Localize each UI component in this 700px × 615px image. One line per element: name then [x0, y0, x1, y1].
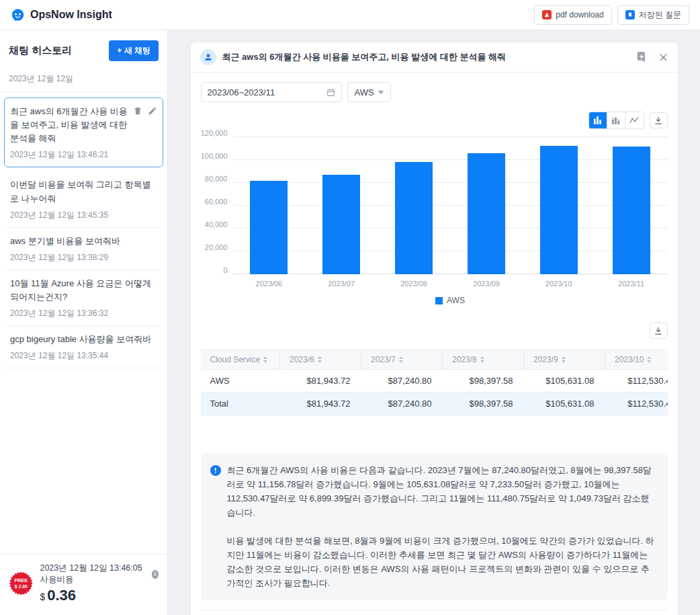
- table-column-header[interactable]: Cloud Service: [201, 350, 280, 370]
- table-column-header[interactable]: 2023/7: [361, 350, 443, 370]
- chart-bar[interactable]: [540, 146, 578, 274]
- table-cell-value: $105,631.08: [524, 370, 605, 393]
- chart-bar[interactable]: [250, 181, 288, 274]
- sort-icon[interactable]: [263, 356, 267, 363]
- chart-bar-slot: [595, 137, 668, 274]
- table-cell-value: $112,530.47: [605, 393, 668, 415]
- cost-bar-chart: 020,00040,00060,00080,000100,000120,000 …: [201, 137, 668, 305]
- sort-icon[interactable]: [318, 356, 322, 363]
- table-column-header[interactable]: 2023/10: [605, 350, 668, 370]
- bookmark-icon: [625, 10, 635, 19]
- opsnow-logo-icon: [11, 8, 25, 22]
- chat-history-item-time: 2023년 12월 12일 13:35:44: [10, 350, 157, 362]
- chart-bar-slot: [233, 137, 306, 274]
- sort-icon[interactable]: [480, 356, 484, 363]
- pdf-download-button[interactable]: pdf download: [534, 5, 611, 25]
- stacked-chart-toggle[interactable]: [607, 112, 625, 128]
- chat-history-item-text: gcp bigeury table 사용량을 보여줘바: [10, 333, 157, 346]
- chart-bar-slot: [450, 137, 523, 274]
- table-download-button[interactable]: [650, 323, 668, 339]
- table-cell-value: $87,240.80: [361, 370, 443, 393]
- sort-icon[interactable]: [647, 356, 651, 363]
- chat-history-list: 최근 aws의 6개월간 사용 비용을 보여주고, 비용 발생에 대한 분석을 …: [0, 92, 167, 554]
- chat-history-item[interactable]: aws 분기별 비용을 보여줘바2023년 12월 12일 13:38:29: [5, 228, 163, 270]
- table-row: Total$81,943.72$87,240.80$98,397.58$105,…: [201, 393, 668, 415]
- table-cell-value: $112,530.47: [605, 370, 668, 393]
- history-date-group: 2023년 12월 12일: [0, 69, 167, 92]
- table-column-header-inner: 2023/10: [615, 355, 668, 364]
- close-icon[interactable]: [658, 52, 668, 63]
- chat-history-item[interactable]: 10월 11월 Azure 사용 요금은 어떻게 되어지는건지?2023년 12…: [5, 270, 163, 326]
- question-text: 최근 aws의 6개월간 사용 비용을 보여주고, 비용 발생에 대한 분석을 …: [222, 51, 629, 63]
- chart-x-tick-label: 2023/11: [595, 280, 668, 288]
- chart-x-axis: 2023/062023/072023/082023/092023/102023/…: [233, 280, 668, 288]
- analysis-message: ! 최근 6개월간 AWS의 사용 비용은 다음과 같습니다. 2023년 7월…: [201, 453, 668, 600]
- table-column-header-inner: 2023/8: [452, 355, 517, 364]
- chart-bar[interactable]: [322, 175, 360, 274]
- table-column-label: 2023/9: [533, 355, 558, 364]
- chevron-down-icon: [378, 91, 384, 94]
- chart-bar-slot: [305, 137, 378, 274]
- table-cell-value: $105,631.08: [524, 393, 605, 415]
- table-column-label: 2023/7: [371, 355, 396, 364]
- sort-icon[interactable]: [562, 356, 566, 363]
- chart-type-toggle: [588, 112, 644, 129]
- chart-x-tick-label: 2023/09: [450, 280, 523, 288]
- chart-x-tick-label: 2023/07: [305, 280, 378, 288]
- usage-summary: FREE $ 2.00 2023년 12월 12일 13:46:05 사용비용 …: [0, 554, 167, 615]
- pdf-download-label: pdf download: [556, 10, 603, 19]
- bar-chart-toggle[interactable]: [589, 112, 607, 128]
- chat-history-item-row: 10월 11월 Azure 사용 요금은 어떻게 되어지는건지?: [10, 277, 157, 304]
- sidebar-title: 채팅 히스토리: [9, 44, 72, 57]
- delete-icon[interactable]: [133, 106, 142, 116]
- table-cell-value: $81,943.72: [280, 393, 361, 415]
- chat-history-item[interactable]: gcp bigeury table 사용량을 보여줘바2023년 12월 12일…: [5, 326, 163, 368]
- analysis-paragraph: 최근 6개월간 AWS의 사용 비용은 다음과 같습니다. 2023년 7월에는…: [227, 463, 656, 520]
- main-area: 최근 aws의 6개월간 사용 비용을 보여주고, 비용 발생에 대한 분석을 …: [168, 30, 700, 615]
- sort-icon[interactable]: [399, 356, 403, 363]
- chart-bar[interactable]: [468, 153, 505, 274]
- chart-x-tick-label: 2023/06: [233, 280, 306, 288]
- chat-history-item[interactable]: 이번달 비용을 보여줘 그리고 항목별로 나누어줘2023년 12월 12일 1…: [5, 171, 163, 227]
- date-range-input[interactable]: 2023/06~2023/11: [201, 82, 342, 102]
- new-chat-button[interactable]: + 새 채팅: [109, 40, 159, 61]
- usage-amount: $0.36: [40, 587, 159, 604]
- chart-y-tick-label: 0: [223, 266, 227, 274]
- free-credit-badge: FREE $ 2.00: [9, 568, 33, 599]
- app-title: OpsNow Insight: [30, 9, 112, 21]
- cloud-provider-select[interactable]: AWS: [347, 82, 391, 102]
- chart-bar-slot: [378, 137, 450, 274]
- chart-bar[interactable]: [613, 147, 650, 274]
- chat-history-item-row: 이번달 비용을 보여줘 그리고 항목별로 나누어줘: [10, 178, 157, 205]
- saved-questions-button[interactable]: 저장된 질문: [617, 5, 689, 25]
- line-chart-toggle[interactable]: [625, 112, 644, 128]
- usage-info-icon[interactable]: i: [152, 570, 159, 579]
- table-cell-value: $81,943.72: [280, 370, 361, 393]
- chat-history-item-row: 최근 aws의 6개월간 사용 비용을 보여주고, 비용 발생에 대한 분석을 …: [10, 105, 157, 145]
- chat-history-item-time: 2023년 12월 12일 13:38:29: [10, 252, 157, 263]
- chart-bar[interactable]: [395, 162, 433, 274]
- saved-questions-label: 저장된 질문: [639, 9, 681, 21]
- chat-history-item[interactable]: 최근 aws의 6개월간 사용 비용을 보여주고, 비용 발생에 대한 분석을 …: [4, 97, 163, 167]
- table-column-header[interactable]: 2023/6: [280, 350, 361, 370]
- edit-icon[interactable]: [148, 106, 157, 116]
- chat-history-item-row: aws 분기별 비용을 보여줘바: [10, 235, 157, 248]
- table-cell-value: $87,240.80: [361, 393, 443, 415]
- app-logo: OpsNow Insight: [11, 8, 112, 22]
- analysis-paragraph: 비용 발생에 대한 분석을 해보면, 8월과 9월에 비용이 크게 증가했으며,…: [227, 534, 656, 590]
- table-column-label: 2023/10: [615, 355, 644, 364]
- table-cell-service: Total: [201, 393, 280, 415]
- legend-swatch-aws: [435, 297, 443, 304]
- chart-download-button[interactable]: [650, 112, 668, 128]
- cloud-provider-value: AWS: [355, 87, 374, 97]
- chat-history-item-actions: [133, 105, 157, 145]
- date-range-value: 2023/06~2023/11: [208, 87, 326, 97]
- table-column-header-inner: 2023/9: [533, 355, 598, 364]
- chart-y-tick-label: 100,000: [201, 152, 228, 160]
- pdf-icon: [542, 10, 552, 19]
- chart-plot-area: 020,00040,00060,00080,000100,000120,000: [233, 137, 668, 274]
- table-column-header[interactable]: 2023/9: [524, 350, 605, 370]
- save-question-icon[interactable]: [636, 51, 648, 63]
- table-column-header[interactable]: 2023/8: [443, 350, 524, 370]
- info-icon: !: [210, 465, 221, 476]
